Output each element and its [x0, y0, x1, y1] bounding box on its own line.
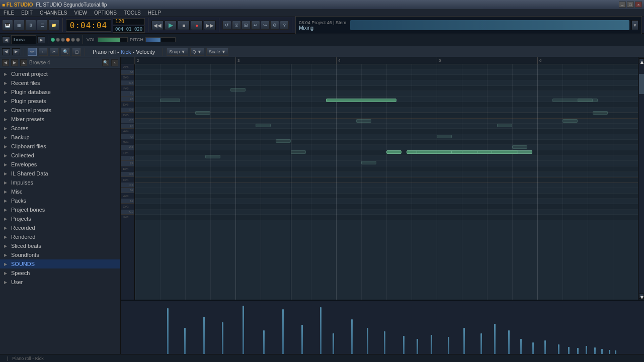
- piano-key-F4[interactable]: F4: [121, 156, 134, 161]
- note-5[interactable]: [326, 99, 396, 102]
- velocity-bar-3[interactable]: [222, 322, 223, 358]
- sidebar-item-recorded[interactable]: ▶ Recorded: [0, 223, 120, 232]
- master-pitch-slider[interactable]: [145, 37, 176, 42]
- note-23[interactable]: [512, 145, 527, 149]
- piano-roll-icon-btn[interactable]: 🎹: [2, 20, 13, 31]
- note-21[interactable]: [361, 161, 376, 164]
- note-7[interactable]: [386, 150, 401, 154]
- piano-key-A3[interactable]: A3: [121, 199, 134, 204]
- piano-key-Fs5[interactable]: F#5: [121, 86, 130, 91]
- piano-key-B3[interactable]: B3: [121, 188, 134, 193]
- pattern-display[interactable]: Linea: [11, 35, 36, 44]
- sidebar-item-sliced-beats[interactable]: ▶ Sliced beats: [0, 241, 120, 250]
- velocity-bar-10[interactable]: [351, 319, 353, 358]
- note-6[interactable]: [356, 119, 371, 123]
- settings-btn[interactable]: ⚙: [270, 21, 279, 30]
- note-20[interactable]: [276, 139, 291, 143]
- piano-key-Cs5[interactable]: C#5: [121, 113, 130, 118]
- snap-btn[interactable]: ⊞: [242, 21, 251, 30]
- help-btn[interactable]: ?: [280, 21, 289, 30]
- mixer-expand-btn[interactable]: ▼: [631, 20, 638, 30]
- sidebar-item-plugin-presets[interactable]: ▶ Plugin presets: [0, 97, 120, 106]
- note-10[interactable]: [437, 150, 452, 154]
- piano-key-C5[interactable]: C5: [121, 118, 134, 123]
- note-4[interactable]: [291, 150, 306, 154]
- playlist-btn[interactable]: ☰: [37, 20, 48, 31]
- close-button[interactable]: ×: [635, 2, 642, 8]
- redo-btn[interactable]: ↪: [261, 21, 270, 30]
- piano-key-Cs4[interactable]: C#4: [121, 177, 130, 182]
- menu-edit[interactable]: EDIT: [20, 10, 34, 16]
- scroll-thumb[interactable]: [639, 74, 644, 94]
- piano-key-Fs3[interactable]: F#3: [121, 215, 130, 220]
- rewind-btn[interactable]: ◀◀: [151, 20, 164, 30]
- toolbar-nav-right[interactable]: ▶: [12, 48, 20, 55]
- sidebar-item-packs[interactable]: ▶ Packs: [0, 196, 120, 205]
- piano-key-G5[interactable]: G5: [121, 80, 134, 85]
- piano-key-Fs4[interactable]: F#4: [121, 150, 130, 155]
- sidebar-item-backup[interactable]: ▶ Backup: [0, 133, 120, 142]
- minimize-button[interactable]: –: [619, 2, 626, 8]
- loop-btn[interactable]: ↺: [222, 21, 231, 30]
- sidebar-item-plugin-database[interactable]: ▶ Plugin database: [0, 87, 120, 97]
- velocity-area[interactable]: [121, 300, 644, 360]
- piano-key-E4[interactable]: E4: [121, 161, 134, 166]
- sidebar-item-misc[interactable]: ▶ Misc: [0, 187, 120, 196]
- select-tool[interactable]: ↔: [39, 48, 48, 56]
- scale-dropdown[interactable]: Scale ▼: [206, 48, 228, 56]
- menu-file[interactable]: FILE: [2, 10, 16, 16]
- piano-key-As5[interactable]: A#5: [121, 64, 130, 69]
- piano-key-D4[interactable]: D4: [121, 172, 134, 177]
- velocity-bar-2[interactable]: [203, 317, 205, 358]
- note-16[interactable]: [562, 119, 578, 123]
- play-btn[interactable]: ▶: [165, 20, 177, 30]
- sidebar-item-scores[interactable]: ▶ Scores: [0, 124, 120, 133]
- stop-btn[interactable]: ■: [178, 20, 190, 30]
- piano-key-A5[interactable]: A5: [121, 70, 134, 75]
- piano-key-G3[interactable]: G3: [121, 210, 134, 215]
- velocity-bar-4[interactable]: [243, 306, 244, 358]
- sidebar-item-recent-files[interactable]: ▶ Recent files: [0, 78, 120, 87]
- piano-key-A4[interactable]: A4: [121, 134, 134, 139]
- piano-key-B4[interactable]: B4: [121, 124, 134, 129]
- velocity-bar-17[interactable]: [463, 328, 465, 358]
- pattern-next[interactable]: ▶: [37, 36, 45, 43]
- sidebar-item-current-project[interactable]: ▶ Current project: [0, 69, 120, 78]
- maximize-button[interactable]: □: [627, 2, 634, 8]
- velocity-bar-6[interactable]: [282, 309, 284, 358]
- step-seq-btn[interactable]: ▦: [14, 20, 25, 31]
- sidebar-item-soundfonts[interactable]: ▶ Soundfonts: [0, 250, 120, 259]
- piano-key-G4[interactable]: G4: [121, 145, 134, 150]
- sidebar-search[interactable]: 🔍: [102, 59, 109, 66]
- note-grid[interactable]: [135, 64, 638, 300]
- menu-view[interactable]: VIEW: [72, 10, 89, 16]
- piano-key-D5[interactable]: D5: [121, 108, 134, 113]
- sidebar-item-projects[interactable]: ▶ Projects: [0, 214, 120, 223]
- note-2[interactable]: [230, 88, 246, 92]
- pattern-prev[interactable]: ◀: [2, 36, 10, 43]
- quantize-dropdown[interactable]: Q ▼: [190, 48, 204, 56]
- scroll-down-btn[interactable]: ▼: [639, 294, 644, 299]
- mixer-btn[interactable]: 🎚: [25, 20, 36, 31]
- sidebar-item-impulses[interactable]: ▶ Impulses: [0, 178, 120, 187]
- note-18[interactable]: [593, 111, 608, 115]
- right-scrollbar[interactable]: ▲ ▼: [638, 57, 644, 300]
- scroll-up-btn[interactable]: ▲: [639, 58, 644, 63]
- piano-key-As3[interactable]: A#3: [121, 194, 130, 199]
- piano-key-As4[interactable]: A#4: [121, 129, 130, 134]
- browser-btn[interactable]: 📁: [48, 20, 59, 31]
- master-vol-slider[interactable]: [98, 37, 128, 42]
- piano-key-Gs4[interactable]: G#4: [121, 140, 130, 145]
- sidebar-close[interactable]: ×: [111, 59, 118, 66]
- sidebar-item-project-bones[interactable]: ▶ Project bones: [0, 205, 120, 214]
- note-13[interactable]: [497, 124, 512, 127]
- record-btn[interactable]: ●: [191, 20, 203, 30]
- piano-key-Ds5[interactable]: D#5: [121, 102, 130, 107]
- sidebar-item-il-shared-data[interactable]: ▶ IL Shared Data: [0, 169, 120, 178]
- sidebar-item-rendered[interactable]: ▶ Rendered: [0, 232, 120, 241]
- snap-dropdown[interactable]: Snap ▼: [167, 48, 188, 56]
- piano-key-Gs3[interactable]: G#3: [121, 204, 130, 209]
- sidebar-up[interactable]: ▲: [20, 59, 27, 66]
- note-3[interactable]: [256, 124, 271, 127]
- note-12[interactable]: [477, 150, 492, 154]
